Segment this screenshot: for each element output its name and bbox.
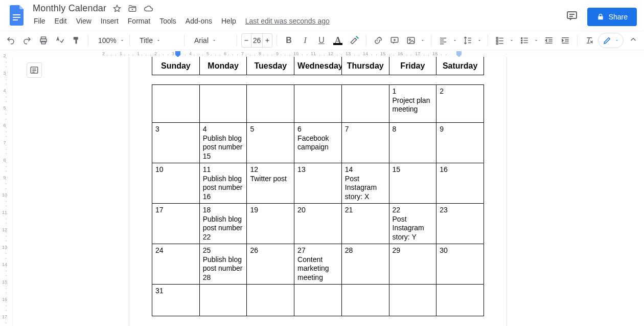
calendar-cell[interactable] — [199, 85, 247, 123]
calendar-cell[interactable]: 2 — [436, 85, 484, 123]
calendar-cell[interactable] — [247, 285, 294, 316]
calendar-cell[interactable] — [199, 285, 247, 316]
last-edit-link[interactable]: Last edit was seconds ago — [241, 15, 334, 27]
calendar-cell[interactable]: 31 — [152, 285, 200, 316]
calendar-header-cell[interactable]: Tuesday — [247, 57, 294, 75]
menu-view[interactable]: View — [72, 15, 96, 27]
horizontal-ruler[interactable]: 21123456789101112131415161718 — [14, 50, 644, 57]
italic-button[interactable]: I — [297, 33, 313, 48]
calendar-cell[interactable]: 21 — [341, 204, 389, 244]
calendar-cell[interactable]: 28 — [341, 244, 389, 285]
calendar-cell[interactable]: 7 — [341, 123, 389, 163]
share-button[interactable]: Share — [587, 8, 637, 26]
star-icon[interactable] — [112, 4, 122, 13]
calendar-cell[interactable]: 26 — [247, 244, 294, 285]
highlight-color-button[interactable] — [347, 33, 362, 48]
paragraph-style-combo[interactable]: Title — [134, 33, 180, 48]
calendar-cell[interactable]: 13 — [294, 163, 342, 204]
font-size-value[interactable]: 26 — [251, 34, 263, 47]
align-button[interactable] — [435, 33, 459, 48]
menu-edit[interactable]: Edit — [51, 15, 71, 27]
zoom-combo[interactable]: 100% — [93, 33, 125, 48]
calendar-cell[interactable]: 8 — [389, 123, 436, 163]
calendar-cell[interactable]: 16 — [436, 163, 484, 204]
calendar-header-cell[interactable]: Monday — [199, 57, 247, 75]
calendar-cell[interactable] — [247, 85, 294, 123]
calendar-cell[interactable]: 22Post Instagram story: Y — [389, 204, 436, 244]
text-color-button[interactable]: A — [330, 33, 346, 48]
menu-tools[interactable]: Tools — [155, 15, 180, 27]
calendar-cell[interactable] — [389, 285, 436, 316]
calendar-cell[interactable] — [341, 85, 389, 123]
calendar-cell[interactable]: 9 — [436, 123, 484, 163]
menu-insert[interactable]: Insert — [97, 15, 123, 27]
bold-button[interactable]: B — [281, 33, 296, 48]
document-title[interactable]: Monthly Calendar — [33, 3, 106, 14]
menu-file[interactable]: File — [30, 15, 50, 27]
calendar-cell[interactable]: 6Facebook campaign — [294, 123, 342, 163]
editing-mode-button[interactable] — [598, 33, 624, 48]
calendar-cell[interactable]: 20 — [294, 204, 342, 244]
bulleted-list-button[interactable] — [517, 33, 540, 48]
calendar-cell[interactable]: 17 — [152, 204, 200, 244]
calendar-cell[interactable]: 14Post Instagram story: X — [341, 163, 389, 204]
document-canvas[interactable]: SundayMondayTuesdayWednesdayThursdayFrid… — [12, 57, 644, 326]
font-size-decrease[interactable] — [242, 34, 251, 47]
calendar-cell[interactable]: 11Publish blog post number 16 — [199, 163, 247, 204]
calendar-header-cell[interactable]: Thursday — [341, 57, 389, 75]
calendar-header-cell[interactable]: Sunday — [152, 57, 200, 75]
calendar-cell[interactable]: 30 — [436, 244, 484, 285]
page[interactable]: SundayMondayTuesdayWednesdayThursdayFrid… — [129, 57, 507, 326]
insert-link-button[interactable] — [371, 33, 386, 48]
print-button[interactable] — [36, 33, 51, 48]
hide-menus-button[interactable] — [629, 35, 638, 46]
calendar-cell[interactable]: 27Content marketing meeting — [294, 244, 342, 285]
comment-history-icon[interactable] — [566, 10, 578, 24]
font-size-increase[interactable] — [263, 34, 272, 47]
insert-image-button[interactable] — [403, 33, 427, 48]
undo-button[interactable] — [3, 33, 18, 48]
calendar-cell[interactable]: 23 — [436, 204, 484, 244]
menu-addons[interactable]: Add-ons — [181, 15, 216, 27]
line-spacing-button[interactable] — [460, 33, 484, 48]
calendar-cell[interactable] — [341, 285, 389, 316]
vertical-ruler[interactable]: 234567891011121314151617 — [0, 50, 12, 326]
font-family-combo[interactable]: Arial — [189, 33, 233, 48]
calendar-cell[interactable]: 5 — [247, 123, 294, 163]
calendar-cell[interactable]: 18Publish blog post number 22 — [199, 204, 247, 244]
calendar-header-cell[interactable]: Wednesday — [294, 57, 342, 75]
calendar-cell[interactable] — [436, 285, 484, 316]
calendar-cell[interactable] — [294, 85, 342, 123]
calendar-header-table[interactable]: SundayMondayTuesdayWednesdayThursdayFrid… — [152, 57, 484, 75]
indent-decrease-button[interactable] — [541, 33, 557, 48]
calendar-cell[interactable]: 19 — [247, 204, 294, 244]
move-icon[interactable] — [128, 4, 137, 13]
menu-format[interactable]: Format — [124, 15, 154, 27]
calendar-cell[interactable]: 24 — [152, 244, 200, 285]
calendar-cell[interactable]: 25Publish blog post number 28 — [199, 244, 247, 285]
calendar-cell[interactable]: 10 — [152, 163, 200, 204]
calendar-cell[interactable]: 12Twitter post — [247, 163, 294, 204]
underline-button[interactable]: U — [314, 33, 329, 48]
calendar-cell[interactable] — [152, 85, 200, 123]
insert-comment-button[interactable] — [387, 33, 402, 48]
redo-button[interactable] — [19, 33, 35, 48]
show-outline-button[interactable] — [27, 62, 42, 78]
right-indent-marker[interactable] — [456, 50, 462, 57]
calendar-header-cell[interactable]: Friday — [389, 57, 436, 75]
calendar-cell[interactable] — [294, 285, 342, 316]
calendar-body-table[interactable]: 1Project plan meeting234Publish blog pos… — [152, 84, 484, 316]
spellcheck-button[interactable] — [52, 33, 67, 48]
calendar-cell[interactable]: 1Project plan meeting — [389, 85, 436, 123]
paint-format-button[interactable] — [68, 33, 84, 48]
menu-help[interactable]: Help — [217, 15, 240, 27]
calendar-cell[interactable]: 29 — [389, 244, 436, 285]
calendar-cell[interactable]: 4Publish blog post number 15 — [199, 123, 247, 163]
indent-increase-button[interactable] — [558, 33, 573, 48]
docs-logo[interactable] — [7, 5, 28, 26]
checklist-button[interactable] — [492, 33, 516, 48]
left-indent-marker[interactable] — [175, 50, 181, 57]
calendar-cell[interactable]: 3 — [152, 123, 200, 163]
clear-formatting-button[interactable] — [582, 33, 597, 48]
calendar-header-cell[interactable]: Saturday — [436, 57, 484, 75]
